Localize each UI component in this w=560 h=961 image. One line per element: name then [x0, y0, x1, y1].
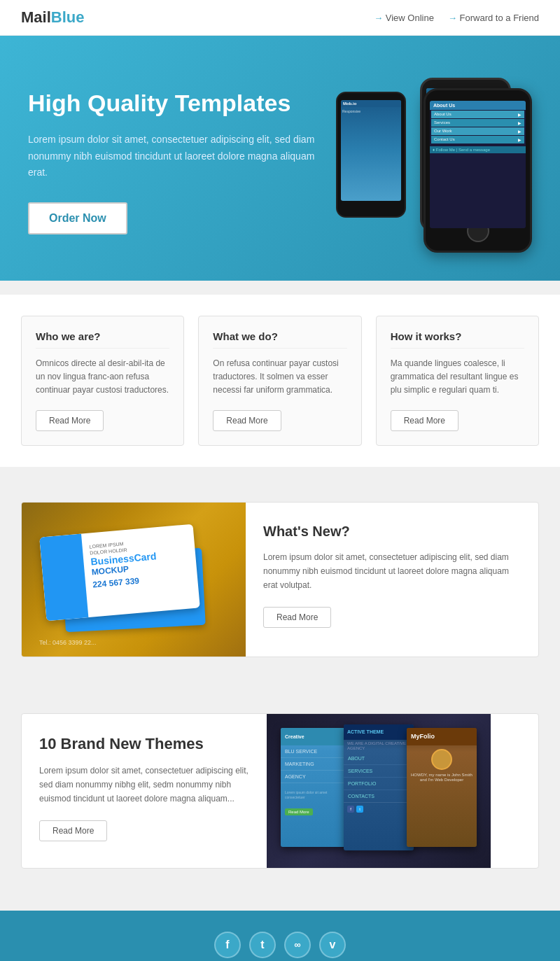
header: MailBlue View Online Forward to a Friend — [0, 0, 560, 36]
tp1-menu-1: BLU SERVICE — [281, 745, 351, 758]
theme-panel-myfolio: MyFolio HOWDY, my name is John Smith and… — [407, 728, 477, 847]
logo: MailBlue — [21, 8, 84, 27]
hero-section: High Quality Templates Lorem ipsum dolor… — [0, 36, 560, 281]
feature-card-what: What we do? On refusa continuar payar cu… — [198, 316, 361, 446]
gap-4 — [0, 890, 560, 911]
logo-blue: Blue — [51, 8, 85, 26]
order-now-button[interactable]: Order Now — [28, 202, 127, 234]
feature-title-what: What we do? — [213, 330, 346, 349]
tp3-text: HOWDY, my name is John Smith and I'm Web… — [411, 773, 472, 784]
features-section: Who we are? Omnicos directe al desir-abi… — [0, 295, 560, 467]
tp2-menu-portfolio: PORTFOLIO — [344, 778, 414, 790]
hero-text: Lorem ipsum dolor sit amet, consectetuer… — [28, 132, 322, 181]
read-more-what-button[interactable]: Read More — [213, 410, 281, 431]
gap-2 — [0, 467, 560, 481]
theme-panel-3-title: MyFolio — [407, 728, 477, 745]
tp1-menu-3: AGENCY — [281, 771, 351, 783]
read-more-who-button[interactable]: Read More — [36, 410, 104, 431]
feature-card-who: Who we are? Omnicos directe al desir-abi… — [21, 316, 184, 446]
logo-mail: Mail — [21, 8, 51, 26]
read-more-themes-button[interactable]: Read More — [39, 820, 107, 841]
theme-panel-active: ACTIVE THEME WE ARE A DIGITAL CREATIVE A… — [344, 724, 414, 850]
tp2-menu-about: ABOUT — [344, 752, 414, 765]
read-more-how-button[interactable]: Read More — [391, 410, 458, 431]
social-icons: f t ∞ v — [14, 932, 546, 958]
feature-text-who: Omnicos directe al desir-abil-ita de un … — [36, 357, 169, 398]
forward-link[interactable]: Forward to a Friend — [448, 13, 539, 23]
tp1-menu-2: MARKETING — [281, 758, 351, 771]
view-online-link[interactable]: View Online — [374, 13, 434, 23]
biz-card-text: LOREM IPSUMDOLOR HOLDIR BusinessCard MOC… — [89, 538, 159, 589]
feature-text-what: On refusa continuar payar custosi traduc… — [213, 357, 346, 398]
hero-content: High Quality Templates Lorem ipsum dolor… — [28, 89, 322, 234]
tp2-social: f t — [344, 803, 414, 815]
feature-title-who: Who we are? — [36, 330, 169, 349]
feature-card-how: How it works? Ma quande lingues coalesce… — [376, 316, 539, 446]
tp2-menu-services: SERVICES — [344, 765, 414, 778]
features-grid: Who we are? Omnicos directe al desir-abi… — [21, 316, 539, 446]
news-title: What's New? — [263, 524, 521, 540]
news-image: LOREM IPSUMDOLOR HOLDIR BusinessCard MOC… — [22, 503, 246, 657]
hero-image: MobileTeaser ACTIVE SERVICES PORTFOLIO C… — [336, 71, 532, 253]
phone-front-mockup: About Us About Us ▶ Services ▶ Our Work … — [424, 88, 532, 253]
feature-title-how: How it works? — [391, 330, 524, 349]
theme-panel-2-title: ACTIVE THEME — [344, 724, 414, 740]
news-content: What's New? Lorem ipsum dolor sit amet, … — [246, 503, 538, 657]
tp3-avatar: HOWDY, my name is John Smith and I'm Web… — [407, 745, 477, 787]
news-section: LOREM IPSUMDOLOR HOLDIR BusinessCard MOC… — [0, 481, 560, 678]
themes-content: 10 Brand New Themes Lorem ipsum dolor si… — [22, 714, 267, 868]
tp1-btn: Read More — [285, 808, 313, 815]
gap-1 — [0, 281, 560, 295]
feature-text-how: Ma quande lingues coalesce, li grammatic… — [391, 357, 524, 398]
twitter-icon[interactable]: t — [249, 932, 276, 958]
themes-image: Creative BLU SERVICE MARKETING AGENCY Lo… — [267, 714, 491, 868]
gap-3 — [0, 678, 560, 692]
theme-panel-1-title: Creative — [281, 728, 351, 745]
phone-small-mockup: Mob.io Responsive — [336, 92, 406, 218]
biz-card-stripe — [39, 533, 88, 621]
themes-card: 10 Brand New Themes Lorem ipsum dolor si… — [21, 713, 539, 869]
facebook-icon[interactable]: f — [214, 932, 241, 958]
read-more-news-button[interactable]: Read More — [263, 607, 331, 628]
themes-text: Lorem ipsum dolor sit amet, consectetuer… — [39, 764, 249, 806]
themes-section: 10 Brand New Themes Lorem ipsum dolor si… — [0, 692, 560, 890]
flickr-icon[interactable]: ∞ — [284, 932, 311, 958]
news-text: Lorem ipsum dolor sit amet, consectetuer… — [263, 550, 521, 593]
hero-title: High Quality Templates — [28, 89, 322, 118]
biz-card-tel: Tel.: 0456 3399 22... — [39, 639, 97, 646]
themes-title: 10 Brand New Themes — [39, 735, 249, 753]
tp1-content: Lorem ipsum dolor sit amet consectetuer — [281, 787, 351, 804]
biz-card-front: LOREM IPSUMDOLOR HOLDIR BusinessCard MOC… — [39, 524, 200, 621]
header-links: View Online Forward to a Friend — [374, 13, 539, 23]
theme-panel-creative: Creative BLU SERVICE MARKETING AGENCY Lo… — [281, 728, 351, 847]
vimeo-icon[interactable]: v — [319, 932, 346, 958]
tp2-menu-contacts: CONTACTS — [344, 790, 414, 803]
news-card: LOREM IPSUMDOLOR HOLDIR BusinessCard MOC… — [21, 502, 539, 657]
footer: f t ∞ v This daily newsletter was sent t… — [0, 911, 560, 961]
